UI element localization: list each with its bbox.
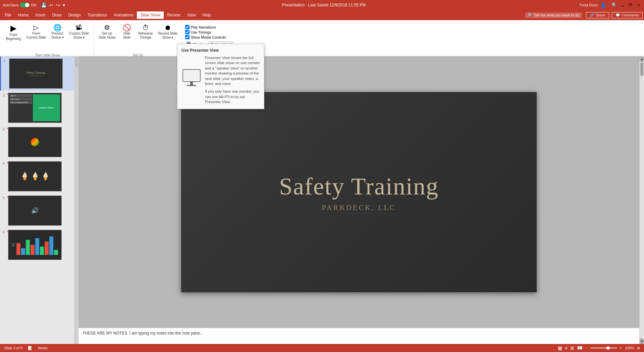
reading-view-icon[interactable]: 📖 [577, 345, 583, 351]
fit-to-window-icon[interactable]: ⊕ [637, 346, 640, 350]
tooltip-para1: Presenter View shows the full-screen sli… [205, 55, 260, 86]
scroll-track [640, 62, 644, 339]
avatar[interactable]: 👤 [600, 2, 606, 8]
quick-access-toolbar: 💾 ↩ ↪ ▾ [40, 2, 66, 8]
tooltip-para2: If you only have one monitor, you can us… [205, 89, 260, 104]
svg-rect-2 [190, 82, 193, 85]
slide-info: Slide 1 of 9 [4, 346, 22, 350]
zoom-in-icon[interactable]: + [620, 346, 622, 350]
redo-icon[interactable]: ↪ [55, 2, 61, 8]
present-online-icon: 🌐 [53, 24, 62, 31]
autosave-state: ON [31, 3, 37, 7]
outline-view-icon[interactable]: ≡ [565, 345, 568, 351]
slide-thumb-4[interactable]: 4 * 🍦 🍦 🍦 [0, 159, 74, 193]
normal-view-icon[interactable]: ▦ [558, 345, 562, 351]
setup-show-button[interactable]: ⚙ Set UpSlide Show [97, 23, 117, 41]
from-beginning-label: FromBeginning [6, 33, 21, 41]
menu-help[interactable]: Help [199, 11, 214, 19]
share-button[interactable]: 🔗 Share [586, 12, 609, 18]
save-icon[interactable]: 💾 [40, 2, 47, 8]
slide-thumb-3[interactable]: 3 * [0, 125, 74, 159]
from-beginning-icon: ▶ [10, 24, 16, 32]
close-button[interactable]: ✕ [636, 2, 641, 8]
main-slide[interactable]: Safety Training PARKDECK, LLC [181, 92, 537, 292]
autosave-knob [25, 3, 29, 7]
status-left: Slide 1 of 9 📝 Notes [4, 346, 48, 350]
editor-vertical-scrollbar[interactable]: ▲ ▼ [639, 56, 644, 344]
zoom-out-icon[interactable]: − [585, 346, 588, 350]
search-ribbon-icon[interactable]: 🔍 [611, 2, 617, 8]
tooltip-body: Presenter View shows the full-screen sli… [181, 55, 260, 105]
menu-home[interactable]: Home [14, 11, 32, 19]
menu-slideshow[interactable]: Slide Show [137, 11, 164, 19]
slide-num-6: 6 [3, 230, 7, 234]
menu-file[interactable]: File [1, 11, 14, 19]
record-show-button[interactable]: ⏺ Record SlideShow ▾ [156, 23, 179, 41]
use-timings-checkbox[interactable]: Use Timings [185, 30, 226, 34]
hide-slide-button[interactable]: 🚫 HideSlide [119, 23, 135, 41]
more-icon[interactable]: ▾ [62, 2, 66, 8]
use-timings-input[interactable] [185, 30, 190, 34]
search-icon: 🔍 [528, 13, 533, 17]
present-online-label: PresentOnline ▾ [51, 32, 64, 40]
slide-img-1: Safety Training PARKDECK, LLC [9, 58, 63, 89]
slide-img-4: 🍦 🍦 🍦 [8, 161, 62, 191]
window-title: Presentation - Last Saved 12/9/2018 11:5… [68, 3, 579, 7]
slide-img-3 [8, 127, 62, 157]
slide-sorter-icon[interactable]: ⊞ [570, 345, 574, 351]
menu-draw[interactable]: Draw [49, 11, 65, 19]
scroll-thumb[interactable] [640, 62, 643, 76]
custom-show-label: Custom SlideShow ▾ [69, 32, 89, 40]
notes-status-label[interactable]: Notes [38, 346, 48, 350]
notes-text: THESE ARE MY NOTES. I am typing my notes… [83, 331, 203, 336]
menu-design[interactable]: Design [65, 11, 84, 19]
play-narrations-checkbox[interactable]: Play Narrations [185, 25, 226, 29]
tooltip-text: Presenter View shows the full-screen sli… [205, 55, 260, 105]
present-online-button[interactable]: 🌐 PresentOnline ▾ [49, 23, 66, 41]
zoom-slider[interactable] [590, 347, 617, 349]
slide-img-6: Chart Title [8, 230, 62, 260]
slide-thumb-2[interactable]: 2 * Sign In Find a Scan Take our Paper a… [0, 91, 74, 125]
hide-slide-icon: 🚫 [123, 24, 131, 31]
from-current-icon: ▷ [34, 24, 39, 31]
notes-area[interactable]: THESE ARE MY NOTES. I am typing my notes… [78, 328, 639, 344]
show-media-input[interactable] [185, 35, 190, 39]
presenter-view-tooltip: Use Presenter View Presenter View shows … [177, 44, 264, 109]
slide-canvas[interactable]: Safety Training PARKDECK, LLC [78, 56, 639, 328]
maximize-button[interactable]: 🗖 [628, 2, 633, 8]
minimize-button[interactable]: 🗕 [620, 2, 625, 8]
rehearse-button[interactable]: ⏱ RehearseTimings [136, 23, 155, 41]
rehearse-icon: ⏱ [142, 24, 149, 31]
autosave-toggle[interactable]: AutoSave ON [3, 3, 36, 7]
scroll-down-button[interactable]: ▼ [640, 339, 644, 344]
monitor-checkboxes: Play Narrations Use Timings Show Media C… [185, 23, 226, 39]
svg-rect-1 [184, 71, 199, 80]
slide-thumb-6[interactable]: 6 * Chart Title [0, 228, 74, 262]
show-media-checkbox[interactable]: Show Media Controls [185, 35, 226, 39]
from-current-button[interactable]: ▷ FromCurrent Slide [24, 23, 48, 41]
window-controls: Tricia Goss 👤 🔍 🗕 🗖 ✕ [579, 2, 641, 8]
from-beginning-button[interactable]: ▶ FromBeginning [4, 23, 23, 42]
play-narrations-input[interactable] [185, 25, 190, 29]
notes-icon[interactable]: 📝 [28, 346, 33, 350]
user-name: Tricia Goss [579, 3, 598, 7]
slide-num-3: 3 [3, 127, 7, 131]
scroll-up-button[interactable]: ▲ [640, 56, 644, 62]
custom-show-button[interactable]: 📽 Custom SlideShow ▾ [67, 23, 91, 41]
slide-num-4: 4 [3, 161, 7, 166]
menu-transitions[interactable]: Transitions [84, 11, 110, 19]
slide-panel-scrollbar[interactable] [74, 56, 78, 344]
use-timings-label: Use Timings [191, 30, 211, 34]
from-current-label: FromCurrent Slide [26, 32, 46, 40]
comments-button[interactable]: 💬 Comments [612, 12, 643, 18]
slide-num-5: 5 [3, 195, 7, 200]
menu-view[interactable]: View [184, 11, 199, 19]
search-box[interactable]: 🔍 Tell me what you want to do [525, 12, 582, 18]
slide-thumb-5[interactable]: 5 * 🔊 [0, 193, 74, 228]
slide-thumb-1[interactable]: 1 Safety Training PARKDECK, LLC [0, 56, 74, 91]
menu-insert[interactable]: Insert [32, 11, 49, 19]
menu-review[interactable]: Review [164, 11, 183, 19]
autosave-track[interactable] [20, 3, 30, 7]
undo-icon[interactable]: ↩ [49, 2, 54, 8]
menu-animations[interactable]: Animations [110, 11, 137, 19]
